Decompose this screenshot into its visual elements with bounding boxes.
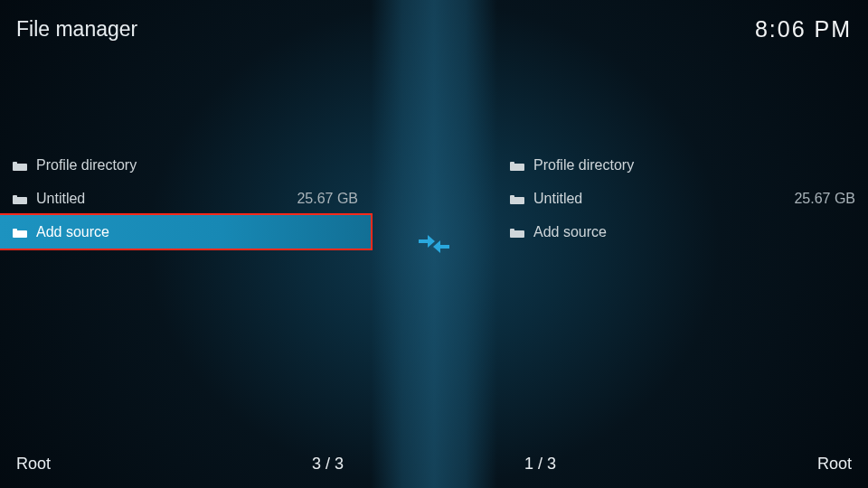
footer-left: Root 3 / 3	[16, 455, 371, 474]
list-item[interactable]: Profile directory	[0, 148, 371, 182]
footer-path-left: Root	[16, 455, 51, 474]
left-pane: Profile directory Untitled 25.67 GB Add …	[0, 0, 371, 488]
folder-icon	[510, 193, 524, 204]
file-panes: Profile directory Untitled 25.67 GB Add …	[0, 0, 868, 488]
item-size: 25.67 GB	[794, 191, 855, 207]
right-pane: Profile directory Untitled 25.67 GB Add …	[497, 0, 868, 488]
item-label: Profile directory	[533, 157, 846, 174]
footer-bar: Root 3 / 3 1 / 3 Root	[0, 448, 868, 488]
list-item[interactable]: Untitled 25.67 GB	[497, 182, 868, 215]
list-item[interactable]: Untitled 25.67 GB	[0, 182, 371, 215]
list-item-add-source[interactable]: Add source	[497, 215, 868, 249]
center-divider	[371, 0, 497, 488]
item-label: Profile directory	[36, 157, 349, 174]
item-label: Add source	[36, 224, 349, 240]
item-label: Untitled	[533, 191, 785, 207]
folder-icon	[13, 160, 27, 171]
folder-icon	[13, 227, 27, 238]
swap-arrows-icon	[417, 230, 451, 258]
folder-icon	[510, 227, 524, 238]
footer-pos-right: 1 / 3	[524, 455, 556, 474]
list-item[interactable]: Profile directory	[497, 148, 868, 182]
list-item-add-source[interactable]: Add source	[0, 215, 371, 249]
footer-path-right: Root	[817, 455, 852, 474]
footer-pos-left: 3 / 3	[312, 455, 344, 474]
folder-icon	[510, 160, 524, 171]
item-size: 25.67 GB	[297, 191, 358, 207]
item-label: Untitled	[36, 191, 288, 207]
item-label: Add source	[533, 224, 846, 240]
left-list: Profile directory Untitled 25.67 GB Add …	[0, 148, 371, 249]
footer-right: 1 / 3 Root	[497, 455, 852, 474]
right-list: Profile directory Untitled 25.67 GB Add …	[497, 148, 868, 249]
folder-icon	[13, 193, 27, 204]
